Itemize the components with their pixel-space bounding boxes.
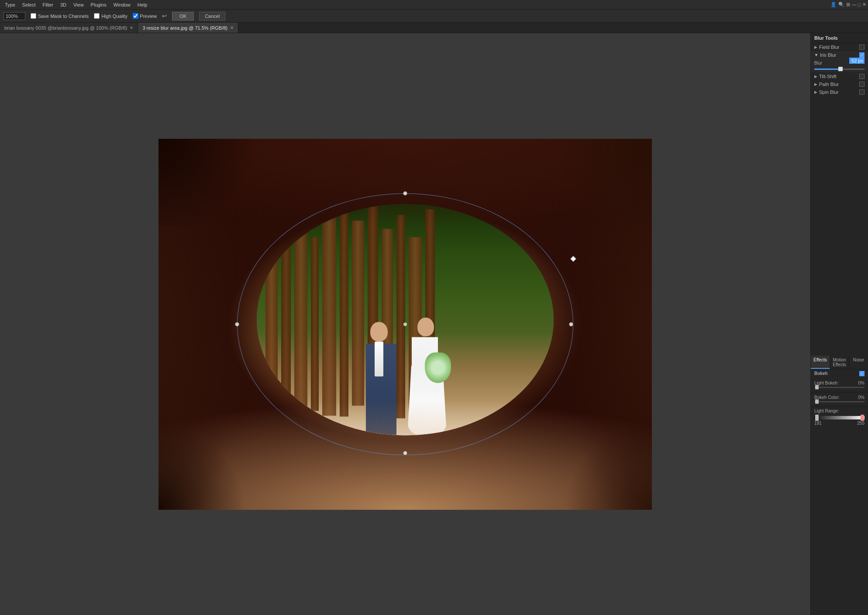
tilt-shift-expand-icon: ▶ bbox=[814, 74, 817, 79]
minimize-button[interactable]: ─ bbox=[852, 1, 856, 8]
iris-clear-area bbox=[257, 204, 554, 435]
bokeh-header: Bokeh ✓ bbox=[811, 369, 868, 378]
light-range-min-thumb[interactable] bbox=[815, 415, 819, 421]
ok-button[interactable]: OK bbox=[172, 12, 194, 21]
tilt-shift-checkbox[interactable] bbox=[859, 74, 865, 79]
bokeh-color-thumb[interactable] bbox=[815, 399, 819, 404]
high-quality-label[interactable]: High Quality bbox=[94, 13, 127, 19]
spin-blur-label: Spin Blur bbox=[819, 89, 839, 95]
blur-slider-fill bbox=[814, 69, 840, 70]
effects-tabs: Effects Motion Effects Noise bbox=[811, 356, 868, 369]
menu-help[interactable]: Help bbox=[134, 1, 151, 8]
blur-value-input[interactable] bbox=[849, 58, 865, 64]
canvas-area[interactable] bbox=[0, 33, 810, 615]
iris-blur-controls: Blur bbox=[811, 59, 868, 72]
groom-head bbox=[370, 322, 388, 341]
field-blur-item[interactable]: ▶ Field Blur bbox=[811, 43, 868, 51]
menu-type[interactable]: Type bbox=[2, 1, 18, 8]
bouquet bbox=[425, 352, 451, 383]
cancel-button[interactable]: Cancel bbox=[199, 12, 225, 21]
path-blur-checkbox[interactable] bbox=[859, 82, 865, 87]
undo-icon[interactable]: ↩ bbox=[162, 13, 167, 19]
light-bokeh-slider[interactable] bbox=[814, 387, 865, 388]
bokeh-label: Bokeh bbox=[814, 371, 828, 376]
field-blur-label: Field Blur bbox=[819, 45, 839, 50]
tab-motion-effects[interactable]: Motion Effects bbox=[830, 356, 849, 369]
bokeh-checkbox[interactable]: ✓ bbox=[859, 371, 865, 376]
menu-window[interactable]: Window bbox=[110, 1, 134, 8]
blur-slider-thumb[interactable] bbox=[838, 67, 843, 71]
photo-canvas bbox=[158, 139, 652, 510]
layout-icon[interactable]: ⊞ bbox=[846, 2, 850, 7]
couple-figure bbox=[353, 313, 458, 435]
menu-filter[interactable]: Filter bbox=[39, 1, 56, 8]
iris-blur-expand-icon: ▼ bbox=[814, 53, 818, 57]
blur-slider-label: Blur bbox=[814, 61, 822, 65]
path-blur-expand-icon: ▶ bbox=[814, 82, 817, 86]
save-mask-label[interactable]: Save Mask to Channels bbox=[31, 13, 89, 19]
light-bokeh-thumb[interactable] bbox=[815, 385, 819, 389]
high-quality-checkbox[interactable] bbox=[94, 13, 100, 19]
blur-tools-title: Blur Tools bbox=[814, 35, 838, 41]
light-bokeh-label: Light Bokeh: bbox=[814, 381, 839, 385]
save-mask-checkbox[interactable] bbox=[31, 13, 36, 19]
maximize-button[interactable]: □ bbox=[858, 2, 861, 7]
tab-brian[interactable]: brian bossany 0035 @brianbossany.jpg @ 1… bbox=[0, 23, 138, 33]
spin-blur-expand-icon: ▶ bbox=[814, 90, 817, 94]
light-range-label: Light Range: bbox=[814, 409, 839, 413]
tab-bar: brian bossany 0035 @brianbossany.jpg @ 1… bbox=[0, 23, 868, 33]
zoom-input[interactable]: 100% bbox=[3, 12, 25, 20]
path-blur-item[interactable]: ▶ Path Blur bbox=[811, 80, 868, 88]
light-range-max-value: 255 bbox=[857, 421, 865, 426]
spin-blur-checkbox[interactable] bbox=[859, 89, 865, 95]
spin-blur-item[interactable]: ▶ Spin Blur bbox=[811, 88, 868, 96]
tab-close-resize[interactable]: ✕ bbox=[230, 25, 234, 30]
light-range-section: Light Range: 191 255 bbox=[811, 407, 868, 427]
light-bokeh-value: 0% bbox=[858, 381, 865, 385]
bokeh-color-section: Bokeh Color: 0% bbox=[811, 392, 868, 407]
bokeh-color-slider[interactable] bbox=[814, 401, 865, 402]
path-blur-label: Path Blur bbox=[819, 82, 839, 87]
field-blur-expand-icon: ▶ bbox=[814, 45, 817, 49]
tab-resize[interactable]: 3 resize blur area.jpg @ 71.5% (RGB/8) ✕ bbox=[138, 23, 238, 33]
user-icon[interactable]: 👤 bbox=[830, 2, 837, 7]
blur-slider-track[interactable] bbox=[814, 69, 865, 70]
tab-noise[interactable]: Noise bbox=[849, 356, 868, 369]
iris-blur-section: ▼ Iris Blur ✓ Blur bbox=[811, 51, 868, 72]
blur-tools-header: Blur Tools bbox=[811, 33, 868, 43]
tilt-shift-item[interactable]: ▶ Tilt-Shift bbox=[811, 72, 868, 80]
bokeh-color-value: 0% bbox=[858, 395, 865, 400]
bokeh-color-label: Bokeh Color: bbox=[814, 395, 840, 400]
groom bbox=[362, 322, 401, 435]
iris-blur-checkbox[interactable]: ✓ bbox=[859, 52, 865, 58]
light-range-track[interactable] bbox=[814, 416, 865, 419]
iris-blur-label: Iris Blur bbox=[820, 52, 836, 58]
groom-tie bbox=[375, 341, 383, 376]
menu-bar: Type Select Filter 3D View Plugins Windo… bbox=[0, 0, 868, 10]
tab-effects[interactable]: Effects bbox=[811, 356, 830, 369]
effects-panel: Effects Motion Effects Noise Bokeh ✓ Lig… bbox=[811, 356, 868, 615]
light-range-max-thumb[interactable] bbox=[861, 415, 864, 421]
right-panel: Blur Tools ▶ Field Blur ▼ Iris Blur ✓ bbox=[810, 33, 868, 615]
main-layout: Blur Tools ▶ Field Blur ▼ Iris Blur ✓ bbox=[0, 33, 868, 615]
preview-checkbox[interactable] bbox=[133, 13, 138, 19]
preview-label[interactable]: Preview bbox=[133, 13, 157, 19]
menu-view[interactable]: View bbox=[70, 1, 87, 8]
field-blur-checkbox[interactable] bbox=[859, 45, 865, 50]
options-bar: 100% Save Mask to Channels High Quality … bbox=[0, 10, 868, 23]
light-bokeh-section: Light Bokeh: 0% bbox=[811, 378, 868, 392]
canvas-wrapper bbox=[158, 139, 652, 510]
search-icon[interactable]: 🔍 bbox=[838, 2, 844, 7]
bride-head bbox=[417, 317, 434, 336]
menu-plugins[interactable]: Plugins bbox=[88, 1, 110, 8]
menu-3d[interactable]: 3D bbox=[57, 1, 69, 8]
light-range-min-value: 191 bbox=[814, 421, 822, 426]
menu-select[interactable]: Select bbox=[19, 1, 39, 8]
tilt-shift-label: Tilt-Shift bbox=[819, 74, 837, 79]
tab-close-brian[interactable]: ✕ bbox=[130, 25, 133, 30]
close-button[interactable]: ✕ bbox=[862, 2, 866, 7]
